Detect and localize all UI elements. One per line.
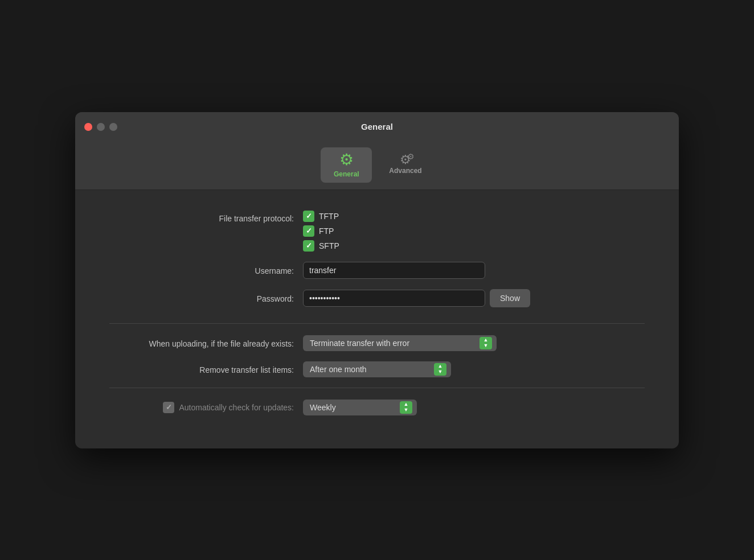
when-uploading-select[interactable]: Terminate transfer with error Overwrite … xyxy=(303,335,497,351)
username-row: Username: xyxy=(109,262,645,279)
window-title: General xyxy=(361,122,393,131)
traffic-lights xyxy=(84,123,117,131)
file-transfer-protocol-row: File transfer protocol: TFTP FTP SFTP xyxy=(109,211,645,252)
when-uploading-row: When uploading, if the file already exis… xyxy=(109,335,645,351)
when-uploading-select-wrapper: Terminate transfer with error Overwrite … xyxy=(303,335,497,351)
password-input[interactable] xyxy=(303,290,485,307)
sftp-checkbox[interactable] xyxy=(303,240,314,252)
content-area: File transfer protocol: TFTP FTP SFTP Us… xyxy=(75,190,679,448)
tftp-checkbox[interactable] xyxy=(303,211,314,222)
protocol-checkboxes: TFTP FTP SFTP xyxy=(303,211,339,252)
ftp-label: FTP xyxy=(319,227,334,236)
general-gear-icon: ⚙ xyxy=(339,152,354,168)
auto-update-label: Automatically check for updates: xyxy=(179,403,294,412)
ftp-row: FTP xyxy=(303,225,339,237)
main-window: General ⚙ General ⚙⚙ Advanced File trans… xyxy=(75,112,679,448)
tftp-label: TFTP xyxy=(319,212,339,221)
minimize-button[interactable] xyxy=(97,123,105,131)
advanced-gear-icon: ⚙⚙ xyxy=(400,154,411,166)
tab-advanced-label: Advanced xyxy=(389,167,421,175)
divider-1 xyxy=(109,323,645,324)
close-button[interactable] xyxy=(84,123,92,131)
password-field-group: Show xyxy=(303,289,530,307)
titlebar: General xyxy=(75,112,679,142)
tab-general-label: General xyxy=(334,170,359,178)
tftp-row: TFTP xyxy=(303,211,339,222)
ftp-checkbox[interactable] xyxy=(303,225,314,237)
when-uploading-label: When uploading, if the file already exis… xyxy=(109,336,303,350)
remove-transfer-select[interactable]: After one month Never After one day Afte… xyxy=(303,361,451,377)
remove-transfer-label: Remove transfer list items: xyxy=(109,362,303,376)
remove-transfer-select-wrapper: After one month Never After one day Afte… xyxy=(303,361,451,377)
auto-update-select-wrapper: Weekly Daily Monthly Never ▲ ▼ xyxy=(303,400,417,415)
divider-2 xyxy=(109,388,645,388)
remove-transfer-row: Remove transfer list items: After one mo… xyxy=(109,361,645,377)
auto-update-select[interactable]: Weekly Daily Monthly Never xyxy=(303,400,417,415)
show-password-button[interactable]: Show xyxy=(490,289,530,307)
auto-update-row: Automatically check for updates: Weekly … xyxy=(109,400,645,415)
password-label: Password: xyxy=(109,291,303,305)
auto-update-checkbox[interactable] xyxy=(163,402,174,413)
tab-advanced[interactable]: ⚙⚙ Advanced xyxy=(378,147,433,183)
file-transfer-protocol-label: File transfer protocol: xyxy=(109,211,303,225)
username-input[interactable] xyxy=(303,262,485,279)
username-label: Username: xyxy=(109,263,303,277)
sftp-label: SFTP xyxy=(319,241,339,250)
toolbar: ⚙ General ⚙⚙ Advanced xyxy=(75,142,679,190)
sftp-row: SFTP xyxy=(303,240,339,252)
maximize-button[interactable] xyxy=(109,123,117,131)
tab-general[interactable]: ⚙ General xyxy=(321,147,372,183)
password-row: Password: Show xyxy=(109,289,645,307)
